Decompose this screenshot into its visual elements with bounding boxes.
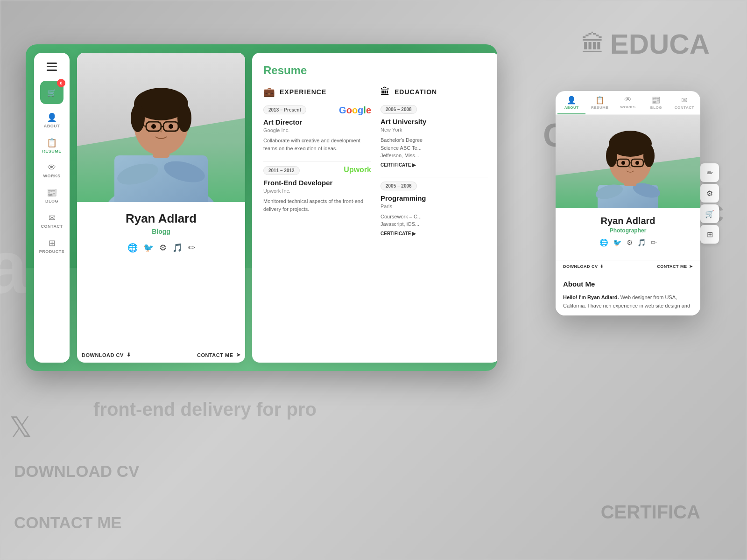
edu-period-1: 2006 – 2008	[381, 105, 417, 114]
mobile-profile-title: Photographer	[563, 227, 693, 234]
website-icon[interactable]: 🌐	[127, 243, 138, 253]
bg-twitter-icon: 𝕏	[9, 411, 32, 443]
sidebar-item-resume[interactable]: 📋 RESUME	[38, 134, 66, 157]
contact-me-label: CONTACT ME	[197, 352, 233, 358]
svg-point-16	[151, 124, 156, 129]
mobile-blog-label: BLOG	[650, 105, 662, 110]
social-icons: 🌐 🐦 ⚙ 🎵 ✏	[127, 243, 195, 253]
toolbar-cart-icon: 🛒	[705, 210, 714, 218]
toolbar-edit-icon: ✏	[707, 168, 713, 177]
twitter-icon[interactable]: 🐦	[143, 243, 154, 253]
hamburger-menu[interactable]	[43, 58, 60, 75]
edu-institution-2: Programming	[381, 194, 488, 202]
edu-period-2: 2005 – 2006	[381, 182, 417, 190]
mobile-website-icon[interactable]: 🌐	[599, 238, 608, 247]
mobile-contact-icon: ✉	[681, 96, 687, 105]
exp-period-2: 2011 – 2012	[263, 166, 300, 175]
upwork-logo: Upwork	[344, 166, 371, 174]
exp-desc-2: Monitored technical aspects of the front…	[263, 197, 371, 213]
profile-actions: DOWNLOAD CV ⬇ CONTACT ME ➤	[77, 352, 245, 363]
mobile-nav-resume[interactable]: 📋 RESUME	[585, 91, 613, 114]
mobile-nav-about[interactable]: 👤 ABOUT	[557, 91, 585, 114]
download-icon: ⬇	[127, 352, 131, 358]
edit-icon[interactable]: ✏	[188, 243, 195, 253]
mobile-download-cv-label: DOWNLOAD CV	[563, 264, 598, 269]
sidebar-item-products[interactable]: ⊞ PRODUCTS	[38, 234, 66, 258]
mobile-profile-svg	[556, 115, 700, 208]
sidebar-item-about[interactable]: 👤 ABOUT	[38, 109, 66, 132]
bg-front-end-text: front-end delivery for pro	[93, 399, 317, 420]
resume-rest: esume	[271, 64, 307, 77]
bg-edu-icon: 🏛	[581, 31, 605, 58]
contact-label: CONTACT	[41, 224, 63, 229]
svg-point-26	[606, 145, 617, 167]
sidebar-item-blog[interactable]: 📰 BLOG	[38, 184, 66, 207]
edu-location-2: Paris	[381, 203, 488, 209]
bg-download-text: DOWNLOAD CV	[14, 462, 139, 481]
mobile-profile-name: Ryan Adlard	[563, 216, 693, 226]
mobile-social-icons: 🌐 🐦 ⚙ 🎵 ✏	[563, 238, 693, 247]
cart-icon: 🛒	[47, 88, 56, 97]
svg-point-32	[635, 161, 639, 165]
exp-title-2: Front-End Developer	[263, 179, 332, 187]
briefcase-icon: 💼	[263, 86, 275, 98]
mobile-nav: 👤 ABOUT 📋 RESUME 👁 WORKS 📰 BLOG ✉ CONTAC…	[556, 91, 700, 115]
spotify-icon[interactable]: 🎵	[172, 243, 183, 253]
profile-title: Blogg	[152, 228, 170, 235]
bg-education-text: EDUCA	[610, 28, 710, 60]
toolbar-cart-button[interactable]: 🛒	[700, 204, 719, 223]
mobile-spotify-icon[interactable]: 🎵	[637, 238, 646, 247]
education-header: 🏛 EDUCATION	[381, 86, 488, 97]
mobile-github-icon[interactable]: ⚙	[627, 238, 633, 247]
mobile-nav-blog[interactable]: 📰 BLOG	[642, 91, 670, 114]
mobile-profile-info: Ryan Adlard Photographer 🌐 🐦 ⚙ 🎵 ✏	[556, 208, 700, 260]
right-toolbar: ✏ ⚙ 🛒 ⊞	[700, 163, 719, 244]
sidebar-item-works[interactable]: 👁 WORKS	[38, 159, 66, 182]
about-intro-bold: Hello! I'm Ryan Adlard.	[563, 294, 619, 300]
edu-institution-1: Art University	[381, 118, 488, 126]
mobile-download-cv-button[interactable]: DOWNLOAD CV ⬇	[563, 264, 604, 269]
desktop-sidebar: 🛒 8 👤 ABOUT 📋 RESUME 👁 WORKS 📰 BLOG ✉ CO…	[34, 53, 70, 363]
bg-contact-bottom-text: CONTACT ME	[14, 513, 122, 532]
svg-point-31	[621, 161, 625, 165]
mobile-contact-me-label: CONTACT ME	[657, 264, 687, 269]
toolbar-grid-button[interactable]: ⊞	[700, 225, 719, 244]
mobile-edit-icon[interactable]: ✏	[651, 238, 657, 247]
certificate-btn-1[interactable]: CERTIFICATE ▶	[381, 162, 488, 168]
mobile-resume-icon: 📋	[595, 96, 605, 105]
mobile-nav-contact[interactable]: ✉ CONTACT	[670, 91, 698, 114]
mobile-twitter-icon[interactable]: 🐦	[613, 238, 622, 247]
download-cv-button[interactable]: DOWNLOAD CV ⬇	[82, 352, 131, 358]
education-icon: 🏛	[381, 86, 390, 97]
cart-badge: 8	[57, 79, 65, 87]
profile-name: Ryan Adlard	[126, 211, 197, 226]
mobile-about-title: About Me	[563, 280, 693, 288]
sidebar-item-contact[interactable]: ✉ CONTACT	[38, 209, 66, 232]
mobile-contact-me-button[interactable]: CONTACT ME ➤	[657, 264, 693, 269]
mobile-send-icon: ➤	[689, 264, 693, 269]
experience-column: 💼 EXPERIENCE 2013 – Present Art Director…	[263, 86, 371, 245]
cart-button[interactable]: 🛒 8	[40, 81, 63, 104]
toolbar-edit-button[interactable]: ✏	[700, 163, 719, 182]
experience-title: EXPERIENCE	[280, 88, 326, 96]
mobile-about-section: About Me Hello! I'm Ryan Adlard. Web des…	[556, 274, 700, 315]
mobile-nav-works[interactable]: 👁 WORKS	[614, 91, 642, 114]
mobile-blog-icon: 📰	[651, 96, 661, 105]
contact-me-button[interactable]: CONTACT ME ➤	[197, 352, 240, 358]
github-icon[interactable]: ⚙	[159, 243, 167, 253]
blog-icon: 📰	[47, 188, 57, 198]
certificate-btn-2[interactable]: CERTIFICATE ▶	[381, 231, 488, 236]
edu-desc-2: Coursework – C...Javascript, iOS...	[381, 213, 488, 228]
toolbar-settings-button[interactable]: ⚙	[700, 184, 719, 203]
profile-info: Ryan Adlard Blogg 🌐 🐦 ⚙ 🎵 ✏	[77, 202, 245, 352]
experience-header: 💼 EXPERIENCE	[263, 86, 371, 98]
desktop-profile-card: Ryan Adlard Blogg 🌐 🐦 ⚙ 🎵 ✏ DOWNLOAD CV …	[77, 53, 245, 363]
bg-education-area: 🏛 EDUCA	[581, 28, 710, 60]
mobile-actions: DOWNLOAD CV ⬇ CONTACT ME ➤	[556, 260, 700, 274]
blog-label: BLOG	[45, 199, 58, 203]
resume-title: Resume	[263, 64, 488, 77]
profile-photo-area	[77, 53, 245, 202]
toolbar-grid-icon: ⊞	[707, 230, 713, 239]
exp-item-1: 2013 – Present Art Director Google Inc. …	[263, 105, 371, 152]
edu-location-1: New York	[381, 127, 488, 133]
